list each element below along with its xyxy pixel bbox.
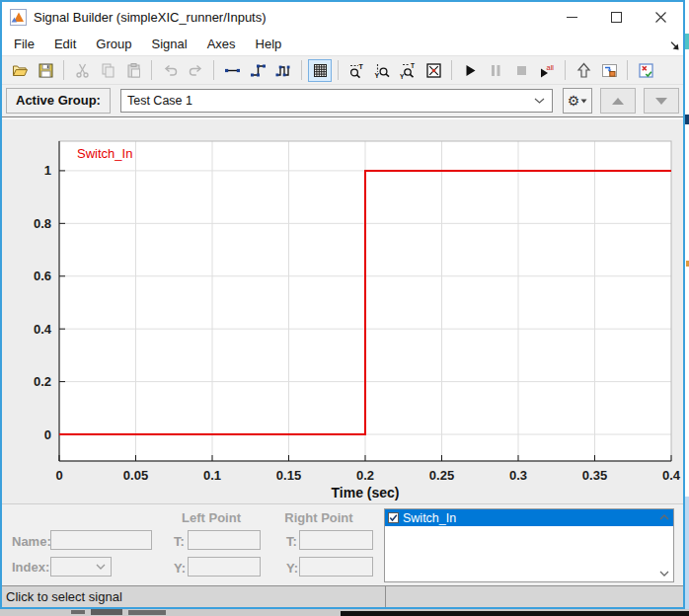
menu-item-axes[interactable]: Axes (197, 37, 246, 51)
undo-button (158, 59, 182, 82)
signal-list-item-label: Switch_In (403, 511, 456, 525)
go-to-model-icon (601, 62, 618, 79)
zoom-t-button[interactable]: T (344, 59, 368, 82)
svg-text:all: all (546, 62, 554, 71)
maximize-icon (611, 12, 622, 23)
background-fragment (341, 611, 689, 616)
right-t-field (299, 530, 373, 550)
pulse-mode-button[interactable] (271, 59, 295, 82)
x-tick-label: 0.3 (509, 468, 527, 483)
paste-button (121, 59, 145, 82)
toolbar-separator (451, 60, 452, 80)
status-message: Click to select signal (6, 589, 122, 604)
zoom-t-icon: T (348, 62, 365, 79)
signal-name-label: Switch_In (77, 146, 132, 161)
background-fragment (685, 497, 689, 609)
right-y-label: Y: (286, 561, 298, 576)
run-all-button[interactable]: all (535, 59, 559, 82)
status-bar-divider (385, 586, 386, 607)
up-to-parent-button[interactable] (572, 59, 595, 82)
up-to-parent-icon (575, 62, 592, 79)
svg-text:Y: Y (374, 72, 379, 79)
svg-text:T: T (358, 62, 363, 69)
arrow-down-icon (654, 97, 668, 106)
scroll-down-button[interactable] (658, 569, 670, 578)
move-group-down-button (644, 88, 679, 114)
x-tick-label: 0.4 (662, 468, 681, 483)
toolbar-separator (338, 60, 339, 80)
minimize-button[interactable] (550, 2, 594, 32)
left-point-header: Left Point (166, 510, 257, 525)
menu-item-edit[interactable]: Edit (44, 37, 86, 51)
x-tick-label: 0 (55, 468, 62, 483)
left-t-label: T: (174, 534, 185, 549)
zoom-ty-button[interactable]: TY (396, 59, 420, 82)
chevron-down-icon (580, 99, 587, 104)
save-button[interactable] (34, 59, 57, 82)
stop-button (509, 59, 533, 82)
name-field (50, 530, 152, 550)
step-mode-button[interactable] (246, 59, 269, 82)
background-fragment (91, 609, 122, 615)
point-editor-panel: Left Point Right Point Name: Index: T: Y… (2, 503, 683, 585)
group-options-button[interactable]: ⚙ (563, 88, 592, 114)
maximize-button[interactable] (594, 2, 639, 32)
index-label: Index: (12, 560, 49, 575)
menu-item-file[interactable]: File (4, 37, 44, 51)
chevron-down-icon (659, 571, 669, 577)
active-group-dropdown[interactable]: Test Case 1 (120, 89, 553, 113)
chevron-up-icon (659, 514, 669, 520)
background-fragment (128, 610, 166, 615)
scroll-up-button[interactable] (658, 512, 670, 522)
run-all-icon: all (539, 62, 556, 79)
line-mode-button[interactable] (220, 59, 244, 82)
active-group-value: Test Case 1 (127, 94, 192, 108)
active-group-label: Active Group: (6, 88, 111, 114)
minimize-icon (567, 12, 577, 23)
y-tick-label: 0.6 (34, 269, 51, 283)
background-fragment (685, 115, 689, 124)
toolbar-separator (565, 60, 566, 80)
zoom-y-button[interactable]: Y (370, 59, 394, 82)
x-tick-label: 0.35 (582, 468, 607, 483)
right-t-label: T: (286, 534, 297, 549)
toolbar-separator (627, 60, 628, 80)
signal-plot[interactable]: 00.050.10.150.20.250.30.350.400.20.40.60… (2, 119, 683, 503)
dock-figure-icon[interactable] (669, 39, 681, 51)
menu-item-signal[interactable]: Signal (142, 37, 197, 51)
pulse-mode-icon (275, 62, 292, 79)
menu-item-help[interactable]: Help (246, 37, 292, 51)
menu-item-group[interactable]: Group (86, 37, 141, 51)
zoom-ty-icon: TY (400, 62, 417, 79)
open-button[interactable] (8, 59, 32, 82)
close-icon (655, 12, 666, 23)
signal-list-item[interactable]: Switch_In (385, 509, 673, 526)
x-tick-label: 0.2 (356, 468, 374, 483)
fit-view-button[interactable] (421, 59, 445, 82)
run-button[interactable] (458, 59, 482, 82)
close-button[interactable] (639, 2, 683, 32)
output-toggle-button[interactable] (634, 59, 657, 82)
right-point-header: Right Point (270, 510, 367, 525)
right-y-field (299, 557, 373, 577)
y-tick-label: 0.4 (34, 322, 52, 337)
toolbar-separator (63, 60, 64, 80)
status-bar: Click to select signal (2, 585, 683, 607)
signal-list[interactable]: Switch_In (384, 508, 674, 582)
grid-toggle-button[interactable] (308, 59, 332, 82)
toolbar: TYTYall (2, 56, 683, 85)
copy-icon (100, 62, 116, 79)
output-toggle-icon (638, 62, 654, 79)
redo-icon (188, 62, 204, 79)
left-t-field (188, 530, 261, 550)
y-tick-label: 0 (44, 427, 51, 442)
x-tick-label: 0.25 (429, 468, 454, 483)
toolbar-separator (213, 60, 214, 80)
go-to-model-button[interactable] (597, 59, 621, 82)
x-tick-label: 0.05 (123, 468, 148, 483)
arrow-up-icon (611, 97, 625, 106)
checkbox-checked-icon[interactable] (388, 512, 399, 523)
background-fragment (685, 34, 689, 49)
zoom-y-icon: Y (374, 62, 391, 79)
fit-view-icon (425, 62, 442, 79)
